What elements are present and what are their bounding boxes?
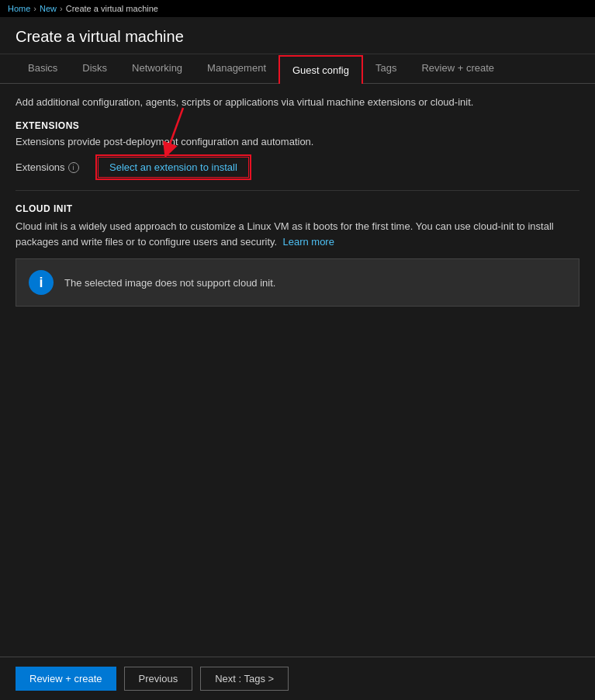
tab-management[interactable]: Management — [195, 54, 278, 83]
tab-networking[interactable]: Networking — [119, 54, 195, 83]
extensions-field-row: Extensions i Select an extension to inst… — [16, 157, 579, 178]
divider-1 — [16, 190, 579, 191]
tab-basics[interactable]: Basics — [16, 54, 70, 83]
cloud-init-description: Cloud init is a widely used approach to … — [16, 219, 579, 249]
cloud-init-info-banner: i The selected image does not support cl… — [16, 258, 579, 307]
page-header: Create a virtual machine — [0, 17, 595, 54]
annotation-arrow — [160, 104, 206, 158]
breadcrumb: Home › New › Create a virtual machine — [8, 4, 158, 13]
breadcrumb-sep-2: › — [60, 4, 63, 13]
tabs-bar: Basics Disks Networking Management Guest… — [0, 54, 595, 84]
info-circle-icon: i — [29, 270, 54, 295]
tab-disks[interactable]: Disks — [70, 54, 119, 83]
section-description: Add additional configuration, agents, sc… — [16, 96, 579, 108]
previous-button[interactable]: Previous — [124, 667, 193, 691]
breadcrumb-new[interactable]: New — [40, 4, 57, 13]
tab-review-create[interactable]: Review + create — [409, 54, 507, 83]
learn-more-link[interactable]: Learn more — [282, 236, 334, 248]
page-title: Create a virtual machine — [16, 28, 579, 46]
extensions-section: EXTENSIONS Extensions provide post-deplo… — [16, 120, 579, 178]
cloud-init-banner-text: The selected image does not support clou… — [64, 277, 275, 289]
tab-guest-config[interactable]: Guest config — [278, 55, 363, 84]
next-tags-button[interactable]: Next : Tags > — [200, 667, 289, 691]
review-create-button[interactable]: Review + create — [16, 667, 116, 691]
extensions-label-text: Extensions — [16, 161, 65, 173]
breadcrumb-sep-1: › — [33, 4, 36, 13]
content-area: Add additional configuration, agents, sc… — [0, 84, 595, 657]
bottom-bar: Review + create Previous Next : Tags > — [0, 657, 595, 700]
cloud-init-header: CLOUD INIT — [16, 203, 579, 214]
extensions-button-wrapper: Select an extension to install — [98, 157, 249, 178]
select-extension-button[interactable]: Select an extension to install — [98, 157, 249, 178]
breadcrumb-home[interactable]: Home — [8, 4, 30, 13]
cloud-init-section: CLOUD INIT Cloud init is a widely used a… — [16, 203, 579, 307]
extensions-info-icon[interactable]: i — [68, 162, 79, 173]
extensions-label: Extensions i — [16, 161, 85, 173]
extensions-header: EXTENSIONS — [16, 120, 579, 131]
breadcrumb-current: Create a virtual machine — [66, 4, 158, 13]
topbar: Home › New › Create a virtual machine — [0, 0, 595, 17]
tab-tags[interactable]: Tags — [363, 54, 409, 83]
extensions-sub: Extensions provide post-deployment confi… — [16, 136, 579, 147]
